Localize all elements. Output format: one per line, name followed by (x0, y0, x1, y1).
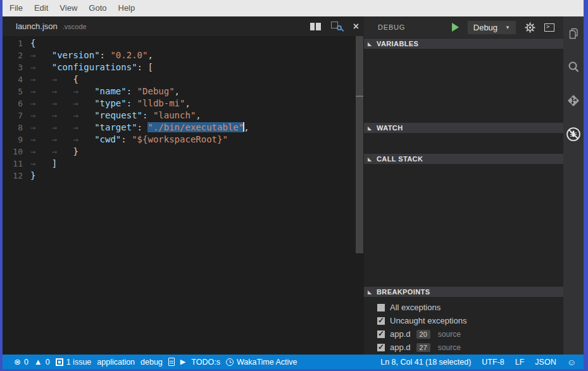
code-token: "request" (94, 110, 142, 120)
code-token: : (121, 134, 132, 144)
build-mode-status[interactable]: debug (141, 358, 163, 367)
code-token: "type" (94, 98, 127, 108)
code-line[interactable]: 4→ → { (3, 73, 364, 85)
code-token: → (30, 158, 52, 168)
code-token: "0.2.0" (110, 50, 147, 60)
section-call-stack[interactable]: ◣ CALL STACK (364, 153, 563, 164)
checkbox[interactable] (377, 317, 385, 325)
document-status[interactable] (168, 358, 175, 366)
start-debug-icon[interactable] (452, 23, 459, 32)
code-line-content: → → → "request": "launch", (30, 110, 364, 122)
section-breakpoints[interactable]: ◣ BREAKPOINTS (364, 286, 563, 297)
editor-group: launch.json .vscode × 1{2→ "version": "0… (3, 16, 364, 355)
error-count[interactable]: ⊗ 0 (14, 357, 28, 367)
code-line-content: → → → "target": "./bin/executable", (30, 122, 364, 134)
issues-icon (56, 358, 63, 366)
debug-sidebar: DEBUG Debug ▼ (364, 16, 563, 355)
todo-status[interactable]: TODO:s (191, 358, 220, 367)
wakatime-status[interactable]: WakaTime Active (226, 358, 297, 367)
cursor-position-value: Ln 8, Col 41 (18 selected) (380, 358, 471, 367)
breakpoint-row[interactable]: All exceptions (364, 301, 563, 314)
close-icon[interactable]: × (353, 22, 359, 31)
editor-scrollbar[interactable] (356, 36, 363, 253)
code-line-content: } (30, 170, 364, 182)
split-editor-icon[interactable] (310, 23, 321, 30)
code-line[interactable]: 6→ → → "type": "lldb-mi", (3, 97, 364, 110)
section-watch[interactable]: ◣ WATCH (364, 122, 563, 133)
code-line[interactable]: 9→ → → "cwd": "${workspaceRoot}" (3, 134, 364, 146)
editor-title-bar: launch.json .vscode × (3, 16, 364, 36)
code-line[interactable]: 7→ → → "request": "launch", (3, 110, 364, 122)
git-icon[interactable] (565, 92, 582, 109)
menu-bar: File Edit View Goto Help (3, 0, 584, 16)
language-mode[interactable]: JSON (535, 358, 556, 367)
code-token: → → → (30, 134, 94, 144)
section-watch-label: WATCH (377, 124, 403, 132)
code-token: → → (30, 74, 73, 84)
debug-disabled-icon[interactable] (565, 126, 582, 142)
code-token: , (175, 86, 180, 96)
document-icon (168, 358, 175, 366)
gear-icon[interactable] (525, 22, 535, 33)
line-number: 12 (3, 170, 30, 182)
menu-file[interactable]: File (4, 0, 28, 16)
checkbox[interactable] (377, 330, 385, 338)
debug-console-icon[interactable] (544, 23, 554, 32)
open-preview-icon[interactable] (331, 22, 343, 32)
breakpoint-row[interactable]: Uncaught exceptions (364, 314, 563, 327)
project-status[interactable]: application (97, 358, 135, 367)
search-icon[interactable] (565, 59, 582, 75)
checkbox[interactable] (377, 344, 385, 351)
code-line[interactable]: 5→ → → "name": "Debug", (3, 85, 364, 97)
code-line[interactable]: 11→ ] (3, 158, 364, 170)
eol-indicator[interactable]: LF (515, 358, 525, 367)
code-line[interactable]: 2→ "version": "0.2.0", (3, 49, 364, 61)
code-line[interactable]: 10→ → } (3, 146, 364, 158)
menu-view[interactable]: View (54, 0, 83, 16)
menu-edit[interactable]: Edit (28, 0, 54, 16)
code-token: "./bin/executable" (147, 122, 244, 132)
line-badge: 20 (416, 330, 430, 339)
issues-status[interactable]: 1 issue (56, 358, 92, 367)
variables-content (364, 49, 563, 122)
code-editor[interactable]: 1{2→ "version": "0.2.0",3→ "configuratio… (3, 36, 364, 355)
line-number: 3 (3, 61, 30, 73)
code-line[interactable]: 12} (3, 170, 364, 182)
breakpoints-content: All exceptions Uncaught exceptions app.d… (364, 297, 563, 355)
menu-goto[interactable]: Goto (83, 0, 112, 16)
status-bar: ⊗ 0 ▲ 0 1 issue application debug ▶ (3, 355, 584, 369)
code-token: → (30, 62, 52, 72)
debug-config-value: Debug (473, 23, 497, 32)
code-line[interactable]: 1{ (3, 37, 364, 49)
line-number: 9 (3, 134, 30, 146)
triangle-expanded-icon: ◣ (368, 290, 372, 295)
code-line[interactable]: 3→ "configurations": [ (3, 61, 364, 73)
code-token: "Debug" (137, 86, 175, 96)
eol-value: LF (515, 358, 525, 367)
triangle-expanded-icon: ◣ (368, 42, 372, 47)
checkbox[interactable] (377, 304, 385, 311)
feedback-smiley[interactable]: ☺ (567, 357, 576, 367)
encoding-indicator[interactable]: UTF-8 (482, 358, 504, 367)
code-line[interactable]: 8→ → → "target": "./bin/executable", (3, 122, 364, 134)
cursor-position[interactable]: Ln 8, Col 41 (18 selected) (380, 358, 471, 367)
breakpoint-row[interactable]: app.d 27 source (364, 341, 563, 354)
debug-config-dropdown[interactable]: Debug ▼ (468, 21, 516, 34)
code-token: , (244, 122, 249, 132)
menu-help[interactable]: Help (113, 0, 141, 16)
breakpoint-row[interactable]: app.d 20 source (364, 327, 563, 341)
line-number: 4 (3, 73, 30, 85)
breakpoint-detail: source (438, 330, 461, 339)
files-icon[interactable] (565, 25, 582, 42)
section-variables[interactable]: ◣ VARIABLES (364, 38, 563, 49)
code-line-content: → → → "name": "Debug", (30, 85, 364, 97)
code-token: "name" (94, 86, 127, 96)
build-mode-label: debug (141, 358, 163, 367)
line-number: 2 (3, 49, 30, 61)
line-number: 1 (3, 37, 30, 49)
run-status[interactable]: ▶ (180, 358, 185, 366)
code-token: } (30, 170, 35, 180)
tab-launch-json[interactable]: launch.json (16, 22, 58, 31)
warning-count[interactable]: ▲ 0 (34, 357, 50, 367)
play-icon: ▶ (180, 358, 185, 366)
